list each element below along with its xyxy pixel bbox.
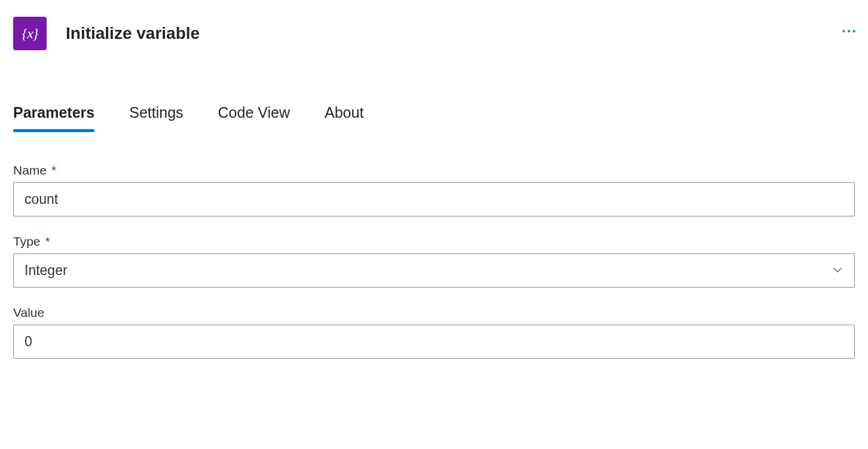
type-select[interactable]: Integer (13, 253, 855, 288)
type-select-value: Integer (25, 262, 68, 279)
header-actions: ··· (839, 22, 860, 41)
tab-about[interactable]: About (325, 104, 363, 130)
value-field-group: Value (13, 306, 855, 359)
name-label-text: Name (13, 163, 47, 177)
action-title: Initialize variable (66, 24, 200, 43)
variable-action-icon: {x} (13, 17, 47, 50)
tab-settings[interactable]: Settings (129, 104, 183, 130)
card-header: {x} Initialize variable (13, 17, 855, 50)
tab-code-view[interactable]: Code View (218, 104, 290, 130)
value-label: Value (13, 306, 855, 320)
type-select-wrapper: Integer (13, 253, 855, 288)
type-label: Type * (13, 234, 855, 249)
tabs: Parameters Settings Code View About (13, 104, 855, 130)
required-indicator: * (51, 163, 56, 177)
name-label: Name * (13, 163, 855, 178)
name-input[interactable] (13, 182, 855, 216)
name-field-group: Name * (13, 163, 855, 216)
more-actions-button[interactable]: ··· (839, 22, 860, 41)
type-field-group: Type * Integer (13, 234, 855, 288)
value-input[interactable] (13, 325, 855, 359)
type-label-text: Type (13, 234, 41, 248)
required-indicator: * (45, 234, 50, 248)
value-label-text: Value (13, 306, 44, 319)
variable-icon-glyph: {x} (22, 26, 38, 42)
tab-parameters[interactable]: Parameters (13, 104, 94, 130)
